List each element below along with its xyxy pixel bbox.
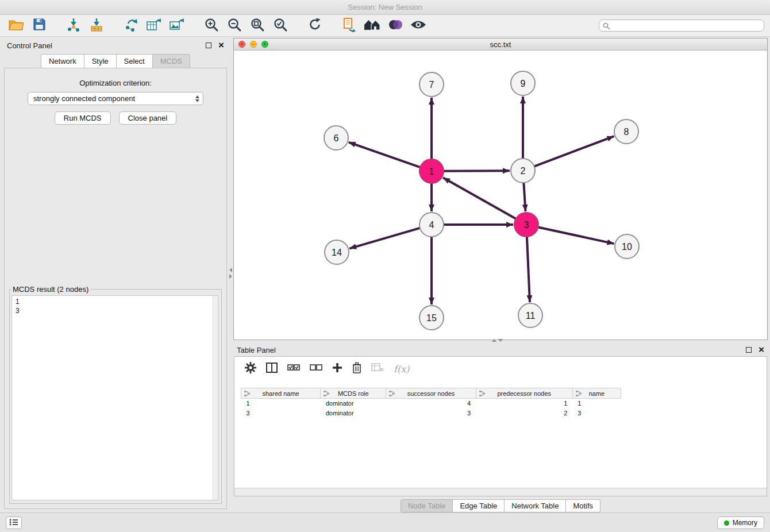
tab-motifs[interactable]: Motifs — [566, 499, 600, 512]
zoom-out-button[interactable] — [224, 17, 245, 35]
node-7[interactable]: 7 — [419, 72, 444, 97]
edge-3-1[interactable] — [443, 178, 516, 218]
float-panel-icon[interactable] — [206, 43, 211, 48]
add-column-button[interactable] — [332, 363, 342, 375]
deselect-all-button[interactable] — [310, 364, 322, 374]
cell-successor-nodes[interactable]: 3 — [386, 408, 476, 418]
edge-2-8[interactable] — [534, 136, 614, 166]
node-label: 11 — [526, 311, 536, 321]
tab-select[interactable]: Select — [117, 54, 153, 68]
cell-shared-name[interactable]: 3 — [241, 408, 321, 418]
show-columns-button[interactable] — [266, 363, 278, 375]
edge-4-14[interactable] — [349, 228, 420, 249]
cell-predecessor-nodes[interactable]: 1 — [476, 399, 572, 408]
refresh-view-button[interactable] — [305, 17, 325, 35]
optimization-criterion-dropdown[interactable]: strongly connected component — [28, 92, 203, 105]
minimize-window-icon[interactable]: − — [250, 41, 257, 48]
control-panel-title: Control Panel — [7, 41, 52, 50]
tab-node-table[interactable]: Node Table — [401, 499, 453, 512]
close-window-icon[interactable]: × — [238, 41, 245, 48]
mcds-result-line: 1 — [16, 297, 214, 306]
result-scrollbar[interactable] — [213, 296, 218, 500]
node-2[interactable]: 2 — [511, 159, 535, 183]
table-row[interactable]: 1dominator411 — [241, 399, 621, 408]
table-settings-button[interactable] — [245, 362, 256, 376]
tab-mcds[interactable]: MCDS — [153, 54, 190, 68]
column-header-shared-name[interactable]: shared name — [241, 388, 321, 399]
node-label: 7 — [429, 80, 434, 90]
close-table-panel-icon[interactable]: × — [759, 346, 764, 354]
export-image-button[interactable] — [167, 17, 187, 35]
houses-icon — [363, 18, 382, 33]
run-mcds-button[interactable]: Run MCDS — [55, 111, 111, 125]
tab-network-table[interactable]: Network Table — [505, 499, 566, 512]
delete-column-button[interactable] — [352, 362, 361, 376]
column-label: predecessor nodes — [497, 390, 551, 397]
close-panel-button[interactable]: Close panel — [119, 111, 177, 125]
table-horizontal-scrollbar[interactable] — [234, 488, 767, 496]
horizontal-splitter[interactable] — [492, 338, 503, 342]
zoom-in-icon — [204, 17, 219, 34]
memory-button[interactable]: Memory — [717, 516, 764, 529]
node-6[interactable]: 6 — [324, 126, 348, 150]
export-table-button[interactable] — [144, 17, 164, 35]
cell-mcds-role[interactable]: dominator — [321, 399, 386, 408]
float-table-panel-icon[interactable] — [746, 347, 752, 353]
column-header-name[interactable]: name — [572, 388, 621, 399]
node-15[interactable]: 15 — [419, 306, 444, 330]
import-network-button[interactable] — [63, 17, 84, 35]
edge-3-11[interactable] — [527, 237, 530, 302]
zoom-selected-button[interactable] — [270, 17, 291, 35]
zoom-fit-button[interactable] — [247, 17, 268, 35]
column-header-successor-nodes[interactable]: successor nodes — [386, 388, 476, 399]
close-panel-icon[interactable]: × — [218, 41, 224, 49]
node-4[interactable]: 4 — [419, 213, 444, 237]
cell-shared-name[interactable]: 1 — [241, 399, 321, 408]
node-3[interactable]: 3 — [514, 213, 538, 237]
vertical-splitter[interactable] — [228, 268, 233, 279]
maximize-window-icon[interactable]: + — [261, 41, 268, 48]
import-network-icon — [66, 17, 81, 34]
table-panel-title: Table Panel — [237, 346, 276, 354]
cell-name[interactable]: 3 — [572, 408, 621, 418]
cell-successor-nodes[interactable]: 4 — [386, 399, 476, 408]
column-header-mcds-role[interactable]: MCDS role — [321, 388, 386, 399]
edge-2-3[interactable] — [523, 183, 525, 211]
table-row[interactable]: 3dominator323 — [241, 408, 621, 418]
task-history-button[interactable] — [6, 516, 22, 529]
node-14[interactable]: 14 — [325, 240, 349, 264]
column-header-predecessor-nodes[interactable]: predecessor nodes — [476, 388, 572, 399]
export-network-button[interactable] — [121, 17, 141, 35]
cell-mcds-role[interactable]: dominator — [321, 408, 386, 418]
edge-1-2[interactable] — [444, 171, 510, 171]
import-table-button[interactable] — [86, 17, 107, 35]
network-canvas[interactable]: 7968124314101511 — [234, 51, 767, 340]
zoom-in-button[interactable] — [201, 17, 222, 35]
save-session-button[interactable] — [29, 17, 49, 35]
node-1[interactable]: 1 — [419, 159, 444, 183]
open-session-button[interactable] — [6, 17, 26, 35]
tab-network[interactable]: Network — [41, 54, 84, 68]
select-all-button[interactable] — [287, 364, 300, 374]
tab-edge-table[interactable]: Edge Table — [453, 499, 505, 512]
zoom-fit-icon — [250, 17, 265, 34]
toggle-visibility-button[interactable] — [408, 17, 429, 35]
visual-style-button[interactable] — [385, 17, 406, 35]
search-input[interactable] — [599, 20, 764, 32]
node-9[interactable]: 9 — [511, 71, 535, 95]
node-11[interactable]: 11 — [518, 303, 542, 327]
tab-style[interactable]: Style — [84, 54, 117, 68]
dropdown-arrows-icon — [195, 95, 200, 105]
network-overview-button[interactable] — [362, 17, 383, 35]
edge-3-10[interactable] — [538, 227, 614, 244]
edge-1-6[interactable] — [349, 142, 420, 167]
mcds-result-list[interactable]: 13 — [11, 295, 218, 500]
duplicate-network-button[interactable] — [339, 17, 360, 35]
cell-name[interactable]: 1 — [572, 399, 621, 408]
column-label: MCDS role — [338, 390, 369, 397]
node-label: 6 — [334, 133, 339, 143]
cell-predecessor-nodes[interactable]: 2 — [476, 408, 572, 418]
node-8[interactable]: 8 — [614, 119, 638, 144]
network-window-titlebar[interactable]: scc.txt × − + — [234, 38, 767, 51]
node-10[interactable]: 10 — [615, 234, 639, 259]
